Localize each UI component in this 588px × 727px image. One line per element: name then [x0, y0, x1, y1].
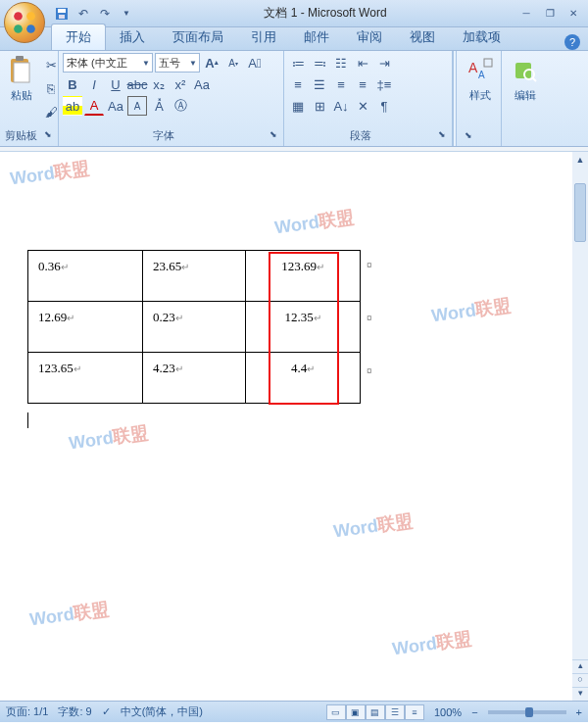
row-end-mark: ¤ [367, 313, 372, 323]
multilevel-icon[interactable]: ☷ [331, 53, 351, 73]
next-page-icon[interactable]: ▾ [572, 687, 588, 701]
status-page[interactable]: 页面: 1/1 [6, 704, 48, 719]
zoom-slider[interactable] [488, 710, 566, 714]
paragraph-launcher[interactable]: ⬊ [434, 129, 448, 143]
numbering-icon[interactable]: ≕ [310, 53, 329, 73]
close-button[interactable]: ✕ [563, 6, 584, 22]
redo-icon[interactable]: ↷ [96, 5, 114, 23]
status-bar: 页面: 1/1 字数: 9 ✓ 中文(简体，中国) ▭ ▣ ▤ ☰ ≡ 100%… [0, 701, 588, 722]
format-painter-icon[interactable]: 🖌 [41, 102, 61, 121]
font-name-combo[interactable]: 宋体 (中文正▼ [63, 53, 153, 73]
browse-object[interactable]: ▴ ○ ▾ [572, 659, 588, 701]
status-words[interactable]: 字数: 9 [58, 704, 91, 719]
undo-icon[interactable]: ↶ [74, 5, 92, 23]
indent-increase-icon[interactable]: ⇥ [374, 53, 394, 73]
outline-icon[interactable]: ☰ [385, 704, 405, 720]
subscript-icon[interactable]: x₂ [149, 74, 169, 94]
table-cell[interactable]: 123.65↵ [28, 353, 143, 404]
tab-addins[interactable]: 加载项 [449, 24, 514, 50]
editing-button[interactable]: 编辑 [506, 53, 545, 105]
table-cell[interactable]: 0.36↵ [28, 251, 143, 302]
snap-grid-icon[interactable]: ✕ [353, 96, 372, 116]
table-cell[interactable]: 23.65↵ [142, 251, 245, 302]
browse-select-icon[interactable]: ○ [572, 673, 588, 687]
table-cell[interactable]: 4.4↵ [246, 353, 361, 404]
minimize-button[interactable]: ─ [515, 6, 537, 22]
highlight-icon[interactable]: ab [63, 96, 82, 116]
styles-launcher[interactable]: ⬊ [461, 130, 474, 144]
phonetic-icon[interactable]: A̽ [149, 96, 169, 116]
strike-icon[interactable]: abc [127, 74, 147, 94]
tab-references[interactable]: 引用 [237, 24, 290, 50]
align-right-icon[interactable]: ≡ [331, 74, 351, 94]
draft-icon[interactable]: ≡ [405, 704, 424, 720]
align-left-icon[interactable]: ≡ [288, 74, 308, 94]
clipboard-launcher[interactable]: ⬊ [40, 129, 54, 143]
tab-insert[interactable]: 插入 [106, 24, 159, 50]
save-icon[interactable] [53, 5, 71, 23]
row-end-mark: ¤ [367, 365, 372, 376]
align-center-icon[interactable]: ☰ [310, 74, 329, 94]
tab-review[interactable]: 审阅 [343, 24, 396, 50]
vertical-scrollbar[interactable]: ▲ ▴ ○ ▾ [572, 152, 588, 701]
line-spacing-icon[interactable]: ‡≡ [374, 74, 394, 94]
zoom-level[interactable]: 100% [434, 706, 462, 718]
underline-icon[interactable]: U [106, 74, 125, 94]
font-launcher[interactable]: ⬊ [266, 129, 279, 143]
svg-rect-12 [484, 59, 492, 67]
help-icon[interactable]: ? [564, 34, 580, 50]
web-layout-icon[interactable]: ▤ [366, 704, 385, 720]
styles-button[interactable]: AA 样式 [461, 53, 500, 105]
char-border-icon[interactable]: A [127, 96, 147, 116]
table-cell[interactable]: 0.23↵ [142, 302, 245, 353]
indent-decrease-icon[interactable]: ⇤ [353, 53, 372, 73]
qat-dropdown-icon[interactable]: ▼ [118, 5, 135, 23]
copy-icon[interactable]: ⎘ [41, 78, 61, 98]
svg-text:A: A [478, 70, 485, 80]
zoom-out-icon[interactable]: − [471, 706, 477, 718]
table-cell[interactable]: 12.35↵ [246, 302, 361, 353]
svg-line-15 [532, 77, 536, 81]
document-table[interactable]: 0.36↵ 23.65↵ 123.69↵ 12.69↵ 0.23↵ 12.35↵… [27, 250, 361, 404]
grow-font-icon[interactable]: A▴ [202, 53, 221, 73]
scroll-thumb[interactable] [574, 183, 586, 242]
font-color-icon[interactable]: A [84, 96, 104, 116]
scroll-up-icon[interactable]: ▲ [572, 152, 588, 168]
sort-icon[interactable]: A↓ [331, 96, 351, 116]
status-proof-icon[interactable]: ✓ [102, 705, 111, 718]
tab-home[interactable]: 开始 [51, 24, 106, 50]
svg-point-3 [26, 24, 35, 33]
italic-icon[interactable]: I [84, 74, 104, 94]
show-marks-icon[interactable]: ¶ [374, 96, 394, 116]
bold-icon[interactable]: B [63, 74, 82, 94]
tab-mailings[interactable]: 邮件 [290, 24, 343, 50]
char-shading-icon[interactable]: Aa [106, 96, 125, 116]
bullets-icon[interactable]: ≔ [288, 53, 308, 73]
prev-page-icon[interactable]: ▴ [572, 659, 588, 673]
document-area[interactable]: Word联盟 Word联盟 Word联盟 Word联盟 Word联盟 Word联… [0, 152, 588, 701]
cut-icon[interactable]: ✂ [41, 55, 61, 74]
table-cell[interactable]: 4.23↵ [142, 353, 245, 404]
table-cell[interactable]: 123.69↵ [246, 251, 361, 302]
restore-button[interactable]: ❐ [539, 6, 561, 22]
svg-rect-5 [58, 9, 66, 13]
enclose-icon[interactable]: Ⓐ [171, 96, 190, 116]
superscript-icon[interactable]: x² [171, 74, 190, 94]
tab-page-layout[interactable]: 页面布局 [159, 24, 237, 50]
align-justify-icon[interactable]: ≡ [353, 74, 372, 94]
group-font: 宋体 (中文正▼ 五号▼ A▴ A▾ Aͯ B I U abc x₂ x² Aa… [59, 51, 284, 146]
paste-button[interactable]: 粘贴 [4, 53, 39, 105]
change-case-icon[interactable]: Aa [192, 74, 212, 94]
tab-view[interactable]: 视图 [396, 24, 449, 50]
zoom-in-icon[interactable]: + [576, 706, 582, 718]
status-language[interactable]: 中文(简体，中国) [121, 704, 203, 719]
font-size-combo[interactable]: 五号▼ [155, 53, 200, 73]
fullscreen-icon[interactable]: ▣ [346, 704, 366, 720]
shrink-font-icon[interactable]: A▾ [223, 53, 243, 73]
print-layout-icon[interactable]: ▭ [326, 704, 346, 720]
borders-icon[interactable]: ⊞ [310, 96, 329, 116]
table-cell[interactable]: 12.69↵ [28, 302, 143, 353]
office-button[interactable] [4, 2, 45, 43]
clear-format-icon[interactable]: Aͯ [245, 53, 265, 73]
shading-icon[interactable]: ▦ [288, 96, 308, 116]
